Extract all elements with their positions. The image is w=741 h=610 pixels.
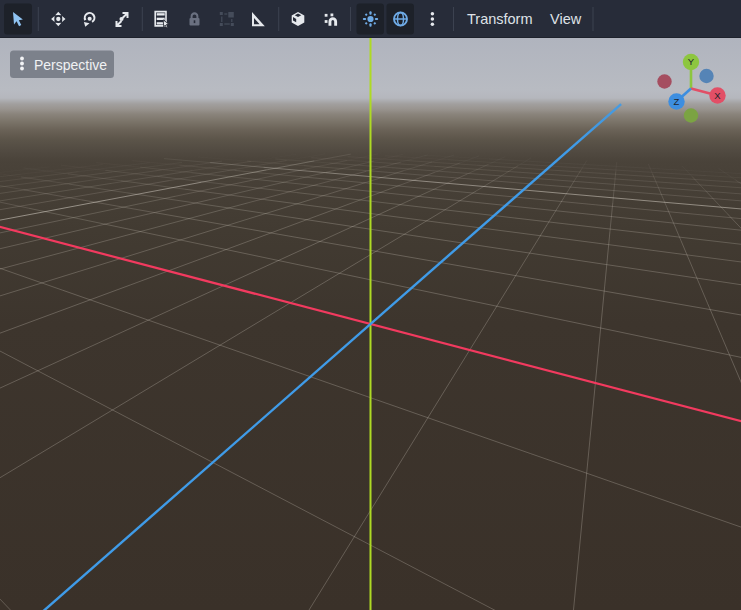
- svg-text:X: X: [714, 90, 721, 101]
- svg-text:Y: Y: [688, 56, 695, 67]
- svg-text:Perspective: Perspective: [34, 57, 107, 73]
- svg-text:Transform: Transform: [467, 11, 533, 27]
- svg-text:View: View: [550, 11, 582, 27]
- svg-text:Z: Z: [674, 96, 680, 107]
